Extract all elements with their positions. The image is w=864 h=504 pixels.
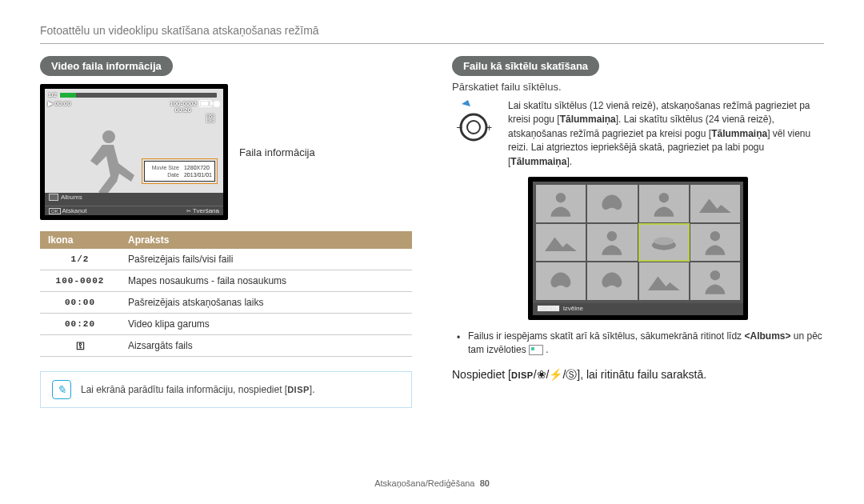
section-title-right: Failu kā sīktēlu skatīšana xyxy=(452,56,599,76)
flash-icon: ⚡ xyxy=(549,368,562,381)
selected-thumbnail xyxy=(639,224,689,262)
divider xyxy=(40,43,824,44)
capture-label: Tveršana xyxy=(193,207,219,214)
subtitle: Pārskatiet failu sīktēlus. xyxy=(452,81,824,93)
note-box: ✎ Lai ekrānā parādītu faila informāciju,… xyxy=(40,371,412,408)
play-label: Atskaņot xyxy=(62,207,86,214)
note-icon: ✎ xyxy=(52,380,71,399)
menu-button-label: MENU xyxy=(537,305,560,312)
dancer-silhouette xyxy=(69,121,149,201)
ok-button-icon: OK xyxy=(49,208,61,214)
timer-icon: Ⓢ xyxy=(566,368,577,381)
file-info-pointer-label: Faila informācija xyxy=(239,146,315,158)
footer: Atskaņošana/Rediģēšana 80 xyxy=(40,478,824,488)
file-info-overlay: Movie Size1280X720 Date2013/01/01 xyxy=(144,161,215,182)
table-row: 00:20Video klipa garums xyxy=(40,314,412,335)
counter: 1/2 xyxy=(48,91,57,98)
table-row: 1/2Pašreizējais fails/visi faili xyxy=(40,249,412,270)
duration: 00:20 xyxy=(175,106,191,114)
svg-point-5 xyxy=(654,238,674,246)
zoom-dial-icon: − + xyxy=(452,99,496,147)
press-instruction: Nospiediet [DISP/❀/⚡/Ⓢ], lai ritinātu fa… xyxy=(452,368,824,382)
battery-icon xyxy=(199,100,211,107)
table-header-desc: Apraksts xyxy=(120,231,412,249)
breadcrumb: Fotoattēlu un videoklipu skatīšana atska… xyxy=(40,24,824,37)
camera-screen: 1/2 ▶ 00:00 100-0002 00:20 ⚿ xyxy=(40,84,228,220)
section-title-left: Video faila informācija xyxy=(40,56,173,76)
disp-button-label: DISP xyxy=(287,385,310,394)
lock-icon: ⚿ xyxy=(206,113,215,124)
macro-icon: ❀ xyxy=(537,368,546,381)
svg-point-1 xyxy=(467,121,480,134)
table-header-icon: Ikona xyxy=(40,231,120,249)
table-row: 00:00Pašreizējais atskaņošanas laiks xyxy=(40,292,412,314)
table-row: ⚿Aizsargāts fails xyxy=(40,335,412,357)
svg-text:+: + xyxy=(486,122,492,134)
album-tiny-icon xyxy=(529,345,543,355)
svg-text:−: − xyxy=(456,121,462,134)
bullet-note: • Failus ir iespējams skatīt arī kā sīkt… xyxy=(452,330,824,357)
albums-label: Albums xyxy=(61,194,82,201)
icon-description-table: Ikona Apraksts 1/2Pašreizējais fails/vis… xyxy=(40,231,412,357)
thumbnail-screen: MENU Izvēlne xyxy=(528,177,748,320)
albums-icon xyxy=(49,194,58,201)
menu-label: Izvēlne xyxy=(563,305,583,312)
zoom-instructions: Lai skatītu sīktēlus (12 vienā reizē), a… xyxy=(508,99,824,169)
svg-point-0 xyxy=(461,114,486,140)
table-row: 100-0002Mapes nosaukums - faila nosaukum… xyxy=(40,270,412,292)
progress-bar xyxy=(60,93,217,98)
